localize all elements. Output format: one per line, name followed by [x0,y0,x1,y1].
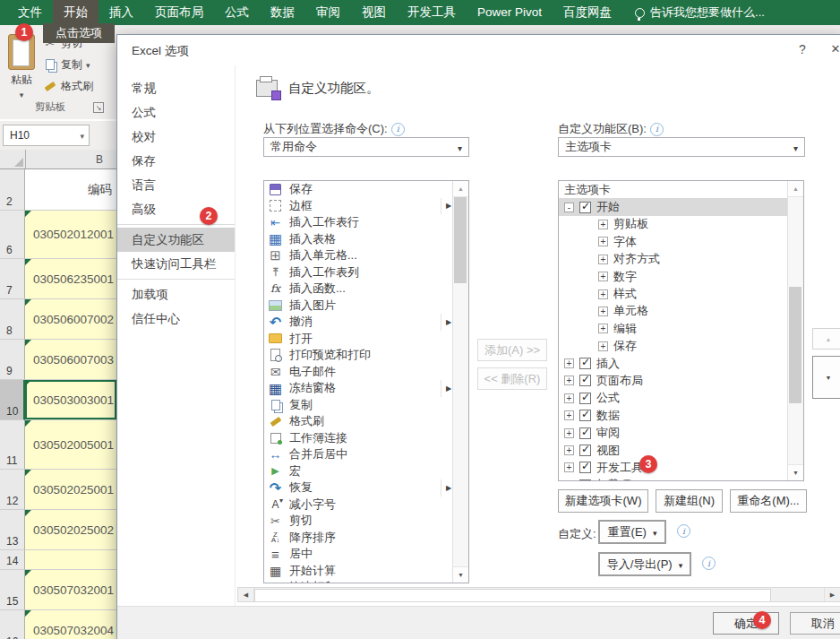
ribbon-tab[interactable]: 页面布局 [144,0,214,25]
expand-icon[interactable]: + [598,237,608,246]
command-item[interactable]: 插入工作表行 [264,214,456,231]
scroll-right-icon[interactable] [824,588,840,601]
command-item[interactable]: 降序排序 [264,530,456,547]
row-header-7[interactable]: 7 [0,259,25,299]
tree-item[interactable]: +页面布局 [559,372,788,389]
expand-icon[interactable]: + [598,289,608,299]
expand-icon[interactable]: + [564,358,574,368]
tree-item[interactable]: +审阅 [559,424,788,441]
cell-b2[interactable]: 编码 [25,169,116,211]
copy-button[interactable]: 复制 [43,56,90,73]
command-item[interactable]: 恢复 [264,479,456,497]
row-header-9[interactable]: 9 [0,340,25,380]
ribbon-tab[interactable]: 开始 [53,0,99,25]
new-tab-button[interactable]: 新建选项卡(W) [558,489,648,513]
sidebar-item[interactable]: 语言 [117,173,235,197]
expand-icon[interactable]: + [564,393,574,403]
expand-icon[interactable]: + [598,255,608,264]
cell-b15[interactable]: 030507032001 [25,570,116,610]
scrollbar-thumb[interactable] [254,589,771,602]
rename-button[interactable]: 重命名(M)... [730,489,807,513]
scroll-up-icon[interactable] [453,181,468,197]
command-item[interactable]: 居中 [264,546,456,563]
command-item[interactable]: 电子邮件 [264,364,456,381]
checkbox-checked[interactable] [579,462,591,473]
tree-child-item[interactable]: +剪贴板 [559,216,788,233]
row-header-8[interactable]: 8 [0,299,25,340]
tell-me-search[interactable]: 告诉我您想要做什么... [635,0,765,25]
customize-ribbon-dropdown[interactable]: 主选项卡 [558,137,805,157]
row-header-2[interactable]: 2 [0,169,25,211]
row-header-10[interactable]: 10 [0,380,25,420]
row-header-6[interactable]: 6 [0,211,25,259]
tree-child-item[interactable]: +单元格 [559,303,788,320]
command-item[interactable]: 工作簿连接 [264,430,456,447]
horizontal-scrollbar[interactable] [237,587,840,602]
ribbon-tab[interactable]: 文件 [7,0,53,25]
expand-icon[interactable]: + [598,220,608,229]
ribbon-tab[interactable]: 数据 [260,0,305,25]
command-item[interactable]: 快速打印 [264,579,456,583]
sidebar-item[interactable]: 保存 [117,149,235,173]
row-header-13[interactable]: 13 [0,510,25,550]
checkbox-checked[interactable] [579,479,591,481]
command-item[interactable]: 插入图片 [264,298,456,315]
checkbox-checked[interactable] [579,375,591,386]
new-group-button[interactable]: 新建组(N) [656,489,723,513]
ribbon-tab[interactable]: 开发工具 [397,0,467,25]
command-item[interactable]: 撤消 [264,314,456,331]
cell-b11[interactable]: 030502005001 [25,420,116,470]
name-box[interactable]: H10 [3,125,90,146]
tree-child-item[interactable]: +字体 [559,233,788,250]
command-item[interactable]: 宏 [264,463,456,480]
sidebar-item[interactable]: 快速访问工具栏 [117,252,235,276]
tree-item[interactable]: -开始 [559,198,788,215]
cell-b6[interactable]: 030502012001 [25,211,116,259]
format-painter-button[interactable]: 格式刷 [43,77,93,95]
sidebar-item[interactable]: 自定义功能区 [117,228,235,252]
remove-button[interactable]: << 删除(R) [477,367,547,390]
expand-icon[interactable]: + [564,410,574,420]
scroll-left-icon[interactable] [238,588,254,601]
tree-item[interactable]: +加载项 [559,477,788,481]
cell-b8[interactable]: 030506007002 [25,299,116,340]
checkbox-checked[interactable] [579,427,591,439]
command-item[interactable]: 插入表格 [264,231,456,248]
command-item[interactable]: 剪切 [264,513,456,530]
cell-b13[interactable]: 030502025002 [25,510,116,550]
expand-icon[interactable]: + [564,480,574,481]
add-button[interactable]: 添加(A) >> [477,339,547,361]
ribbon-tab[interactable]: 百度网盘 [553,0,622,25]
ribbon-tab[interactable]: 视图 [351,0,397,25]
expand-icon[interactable]: + [598,324,608,333]
row-header-16[interactable]: 16 [0,610,25,639]
move-up-button[interactable] [812,328,840,350]
cell-b9[interactable]: 030506007003 [25,340,116,380]
cell-b7[interactable]: 030506235001 [25,259,116,299]
collapse-icon[interactable]: - [564,203,574,212]
checkbox-checked[interactable] [579,410,591,421]
row-header-11[interactable]: 11 [0,420,25,470]
scrollbar-thumb[interactable] [789,287,801,403]
cell-b10[interactable]: 030503003001 [25,380,116,420]
expand-icon[interactable]: + [598,341,608,351]
choose-commands-dropdown[interactable]: 常用命令 [263,137,469,157]
expand-icon[interactable]: + [564,462,574,472]
command-item[interactable]: 减小字号 [264,497,456,514]
command-item[interactable]: 打开 [264,331,456,348]
ribbon-tab[interactable]: 插入 [99,0,144,25]
row-header-14[interactable]: 14 [0,550,25,570]
command-item[interactable]: 保存 [264,181,456,198]
command-item[interactable]: 边框 [264,198,456,215]
checkbox-checked[interactable] [579,358,591,369]
cell-b16[interactable]: 030507032004 [25,610,116,639]
command-item[interactable]: 格式刷 [264,413,456,430]
cancel-button[interactable]: 取消 [790,612,840,635]
expand-icon[interactable]: + [564,445,574,455]
commands-scrollbar[interactable] [452,181,468,583]
checkbox-checked[interactable] [579,445,591,456]
sidebar-item[interactable]: 公式 [117,100,235,125]
scroll-down-icon[interactable] [788,464,803,480]
tree-child-item[interactable]: +编辑 [559,320,788,337]
tree-scrollbar[interactable] [787,181,803,480]
